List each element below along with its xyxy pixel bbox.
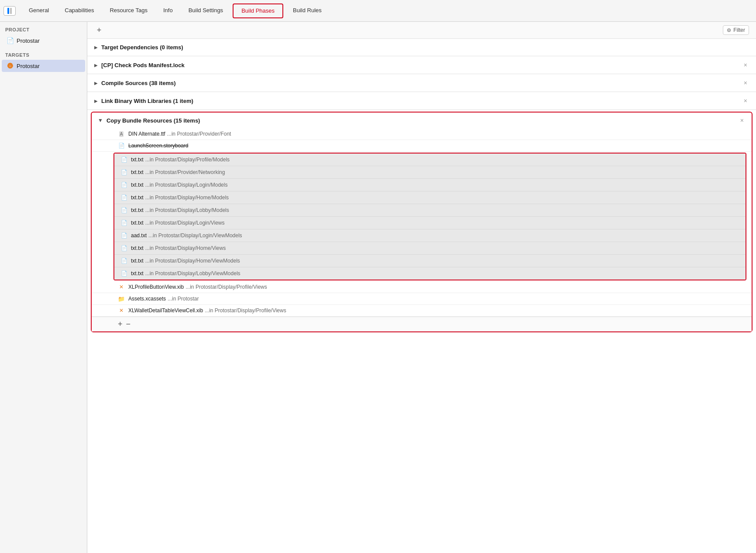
file-xl-wallet[interactable]: ✕ XLWalletDetailTableViewCell.xib ...in … bbox=[92, 305, 752, 317]
project-icon: 📄 bbox=[6, 37, 14, 44]
file-xl-wallet-path: ...in Protostar/Display/Profile/Views bbox=[205, 307, 286, 314]
phase-compile-sources-title: Compile Sources (38 items) bbox=[101, 80, 176, 86]
doc-file-icon: 📄 bbox=[120, 181, 127, 188]
file-xl-wallet-name: XLWalletDetailTableViewCell.xib bbox=[128, 307, 203, 314]
phase-target-dependencies-title: Target Dependencies (0 items) bbox=[101, 44, 183, 51]
tab-build-rules[interactable]: Build Rules bbox=[285, 0, 330, 22]
doc-file-icon: 📄 bbox=[120, 207, 127, 214]
selected-file-5[interactable]: 📄 txt.txt ...in Protostar/Display/Login/… bbox=[114, 217, 746, 229]
file-din-alternate-path: ...in Protostar/Provider/Font bbox=[167, 131, 231, 137]
tab-capabilities[interactable]: Capabilities bbox=[57, 0, 102, 22]
chevron-right-icon: ▶ bbox=[94, 99, 98, 103]
doc-file-icon: 📄 bbox=[120, 169, 127, 176]
doc-file-icon: 📄 bbox=[120, 257, 127, 264]
selected-file-name-9: txt.txt bbox=[131, 270, 144, 276]
sidebar-project-item[interactable]: 📄 Protostar bbox=[2, 34, 85, 47]
font-file-icon: A bbox=[118, 130, 125, 137]
file-assets-name: Assets.xcassets bbox=[128, 296, 166, 302]
doc-file-icon: 📄 bbox=[120, 232, 127, 239]
toggle-bar-2 bbox=[10, 8, 12, 14]
selected-file-4[interactable]: 📄 txt.txt ...in Protostar/Display/Lobby/… bbox=[114, 204, 746, 217]
sidebar-target-item[interactable]: 🅐 Protostar bbox=[2, 60, 85, 72]
toggle-bar-1 bbox=[7, 8, 9, 14]
content-area: + ⊜ Filter ▶ Target Dependencies (0 item… bbox=[87, 22, 756, 553]
selected-file-name-6: aad.txt bbox=[131, 232, 147, 239]
selected-file-6[interactable]: 📄 aad.txt ...in Protostar/Display/Login/… bbox=[114, 229, 746, 242]
file-assets[interactable]: 📁 Assets.xcassets ...in Protostar bbox=[92, 293, 752, 305]
target-icon: 🅐 bbox=[6, 62, 14, 70]
selected-file-path-4: ...in Protostar/Display/Lobby/Models bbox=[145, 207, 229, 213]
sidebar-target-label: Protostar bbox=[17, 63, 40, 69]
selected-file-path-8: ...in Protostar/Display/Home/ViewModels bbox=[145, 258, 240, 264]
selected-file-name-2: txt.txt bbox=[131, 182, 144, 188]
selected-file-path-6: ...in Protostar/Display/Login/ViewModels bbox=[148, 232, 242, 239]
filter-button[interactable]: ⊜ Filter bbox=[723, 25, 749, 35]
tab-info[interactable]: Info bbox=[155, 0, 181, 22]
selected-file-9[interactable]: 📄 txt.txt ...in Protostar/Display/Lobby/… bbox=[114, 267, 746, 280]
selected-file-0[interactable]: 📄 txt.txt ...in Protostar/Display/Profil… bbox=[114, 154, 746, 166]
file-xl-profile-path: ...in Protostar/Display/Profile/Views bbox=[186, 284, 267, 290]
selected-file-path-2: ...in Protostar/Display/Login/Models bbox=[145, 182, 228, 188]
add-file-button[interactable]: + bbox=[118, 320, 123, 329]
phase-copy-bundle-resources: ▼ Copy Bundle Resources (15 items) × A D… bbox=[91, 112, 753, 332]
phase-compile-sources[interactable]: ▶ Compile Sources (38 items) × bbox=[87, 74, 756, 92]
copy-bundle-close[interactable]: × bbox=[739, 117, 746, 124]
doc-file-icon: 📄 bbox=[120, 270, 127, 277]
selected-file-path-9: ...in Protostar/Display/Lobby/ViewModels bbox=[145, 270, 241, 276]
tab-resource-tags[interactable]: Resource Tags bbox=[102, 0, 155, 22]
content-toolbar: + ⊜ Filter bbox=[87, 22, 756, 39]
filter-icon: ⊜ bbox=[727, 27, 731, 33]
selected-file-8[interactable]: 📄 txt.txt ...in Protostar/Display/Home/V… bbox=[114, 255, 746, 267]
file-xl-profile[interactable]: ✕ XLProfileButtonView.xib ...in Protosta… bbox=[92, 281, 752, 293]
xib-file-icon: ✕ bbox=[118, 307, 125, 314]
selected-file-3[interactable]: 📄 txt.txt ...in Protostar/Display/Home/M… bbox=[114, 191, 746, 204]
selected-file-name-1: txt.txt bbox=[131, 169, 144, 175]
file-launchscreen[interactable]: 📄 LaunchScreen.storyboard bbox=[92, 140, 752, 152]
selected-file-name-0: txt.txt bbox=[131, 157, 144, 163]
project-section-header: PROJECT bbox=[0, 22, 87, 34]
phase-check-pods-close[interactable]: × bbox=[742, 61, 749, 68]
tab-build-settings[interactable]: Build Settings bbox=[181, 0, 231, 22]
phase-link-binary[interactable]: ▶ Link Binary With Libraries (1 item) × bbox=[87, 92, 756, 110]
selected-file-name-8: txt.txt bbox=[131, 258, 144, 264]
file-din-alternate-name: DIN Alternate.ttf bbox=[128, 131, 165, 137]
doc-file-icon: 📄 bbox=[120, 219, 127, 226]
selected-file-path-7: ...in Protostar/Display/Home/Views bbox=[145, 245, 226, 251]
selected-file-name-4: txt.txt bbox=[131, 207, 144, 213]
selected-file-path-3: ...in Protostar/Display/Home/Models bbox=[145, 195, 229, 201]
selected-file-name-7: txt.txt bbox=[131, 245, 144, 251]
copy-bundle-header[interactable]: ▼ Copy Bundle Resources (15 items) × bbox=[92, 113, 752, 128]
phase-check-pods[interactable]: ▶ [CP] Check Pods Manifest.lock × bbox=[87, 56, 756, 74]
file-xl-profile-name: XLProfileButtonView.xib bbox=[128, 284, 184, 290]
folder-file-icon: 📁 bbox=[118, 295, 125, 302]
main-layout: PROJECT 📄 Protostar TARGETS 🅐 Protostar … bbox=[0, 22, 756, 553]
file-assets-path: ...in Protostar bbox=[168, 296, 199, 302]
post-selection-files: ✕ XLProfileButtonView.xib ...in Protosta… bbox=[92, 281, 752, 317]
selected-file-2[interactable]: 📄 txt.txt ...in Protostar/Display/Login/… bbox=[114, 179, 746, 191]
chevron-right-icon: ▶ bbox=[94, 45, 98, 50]
tab-build-phases[interactable]: Build Phases bbox=[233, 3, 283, 18]
selected-file-name-5: txt.txt bbox=[131, 220, 144, 226]
targets-section-header: TARGETS bbox=[0, 47, 87, 59]
selected-file-path-1: ...in Protostar/Provider/Networking bbox=[145, 169, 225, 175]
selected-file-1[interactable]: 📄 txt.txt ...in Protostar/Provider/Netwo… bbox=[114, 166, 746, 179]
phase-link-binary-close[interactable]: × bbox=[742, 97, 749, 104]
doc-file-icon: 📄 bbox=[120, 245, 127, 252]
selected-file-path-5: ...in Protostar/Display/Login/Views bbox=[145, 220, 225, 226]
xib-file-icon: ✕ bbox=[118, 283, 125, 290]
phase-compile-sources-close[interactable]: × bbox=[742, 79, 749, 86]
selected-file-name-3: txt.txt bbox=[131, 195, 144, 201]
selected-file-7[interactable]: 📄 txt.txt ...in Protostar/Display/Home/V… bbox=[114, 242, 746, 255]
sidebar-project-label: Protostar bbox=[17, 38, 40, 44]
phase-target-dependencies[interactable]: ▶ Target Dependencies (0 items) bbox=[87, 39, 756, 56]
sidebar-toggle-icon bbox=[7, 8, 12, 14]
selected-file-path-0: ...in Protostar/Display/Profile/Models bbox=[145, 157, 230, 163]
chevron-right-icon: ▶ bbox=[94, 81, 98, 85]
remove-file-button[interactable]: − bbox=[126, 320, 131, 329]
selected-files-group: 📄 txt.txt ...in Protostar/Display/Profil… bbox=[113, 153, 746, 280]
add-phase-button[interactable]: + bbox=[94, 25, 104, 35]
filter-label: Filter bbox=[733, 27, 745, 33]
tab-general[interactable]: General bbox=[21, 0, 57, 22]
sidebar-toggle-button[interactable] bbox=[3, 6, 16, 16]
file-din-alternate[interactable]: A DIN Alternate.ttf ...in Protostar/Prov… bbox=[92, 128, 752, 140]
